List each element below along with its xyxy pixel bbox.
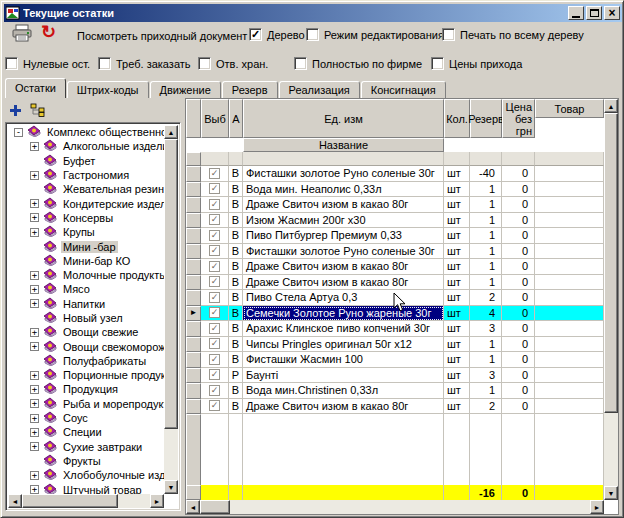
tree-item-label[interactable]: Специи bbox=[61, 426, 104, 438]
tree-horizontal-scrollbar[interactable]: ◄ ► bbox=[8, 494, 164, 508]
checkbox-cell[interactable]: ✓ bbox=[201, 213, 229, 229]
tree-item-label[interactable]: Молочные продукты bbox=[61, 269, 164, 281]
tree-item[interactable]: +Продукция bbox=[8, 382, 164, 396]
tree-item-label[interactable]: Крупы bbox=[61, 226, 97, 238]
view-income-document-label[interactable]: Посмотреть приходный документ bbox=[77, 30, 247, 42]
row-select-cell[interactable] bbox=[186, 228, 201, 244]
checkbox-cell[interactable]: ✓ bbox=[201, 352, 229, 368]
a-cell[interactable]: В bbox=[229, 306, 243, 322]
checkbox-cell[interactable]: ✓ bbox=[201, 368, 229, 384]
table-row[interactable]: ✓ВДраже Свиточ изюм в какао 80гшт10 bbox=[186, 259, 604, 275]
scroll-right-icon[interactable]: ► bbox=[590, 500, 604, 514]
tree-item-label[interactable]: Порционные продукт bbox=[61, 369, 164, 381]
tree-item-label[interactable]: Фрукты bbox=[61, 455, 103, 467]
checkbox-unchecked-icon[interactable] bbox=[431, 57, 444, 70]
a-cell[interactable]: В bbox=[229, 383, 243, 399]
row-select-cell[interactable] bbox=[186, 244, 201, 260]
header-ed-izm[interactable]: Ед. изм bbox=[243, 99, 444, 138]
checkbox-cell[interactable]: ✓ bbox=[201, 166, 229, 182]
tree-vscroll-thumb[interactable] bbox=[164, 139, 178, 429]
expand-icon[interactable]: + bbox=[30, 213, 39, 222]
qty-cell[interactable]: 1 bbox=[470, 197, 502, 213]
price-cell[interactable] bbox=[535, 306, 604, 322]
table-row[interactable]: ✓ВДраже Свиточ изюм в какао 80гшт10 bbox=[186, 275, 604, 291]
a-cell[interactable]: В bbox=[229, 259, 243, 275]
tree-item[interactable]: +Соус bbox=[8, 411, 164, 425]
name-cell[interactable]: Чипсы Pringles оригинал 50г х12 bbox=[243, 337, 444, 353]
tree-item-label[interactable]: Штучный товар bbox=[61, 484, 144, 494]
minimize-button[interactable] bbox=[568, 6, 584, 20]
tree-item-label[interactable]: Консервы bbox=[61, 212, 115, 224]
qty-cell[interactable]: 1 bbox=[470, 213, 502, 229]
table-row[interactable]: ►✓ВСемечки Золотое Руно жареные 30гшт40 bbox=[186, 306, 604, 322]
row-select-cell[interactable] bbox=[186, 213, 201, 229]
qty-cell[interactable]: 2 bbox=[470, 290, 502, 306]
price-cell[interactable] bbox=[535, 275, 604, 291]
name-cell[interactable]: Пиво Стела Артуа 0,3 bbox=[243, 290, 444, 306]
reserve-cell[interactable]: 0 bbox=[502, 352, 535, 368]
tree-item[interactable]: +Сухие завтраки bbox=[8, 440, 164, 454]
table-row[interactable]: ✓ВВода мин. Неаполис 0,33лшт10 bbox=[186, 182, 604, 198]
checkbox-unchecked-icon[interactable] bbox=[442, 28, 455, 41]
reserve-cell[interactable]: 0 bbox=[502, 228, 535, 244]
row-checkbox[interactable]: ✓ bbox=[209, 183, 220, 194]
tree-item[interactable]: +Мясо bbox=[8, 282, 164, 296]
name-cell[interactable]: Драже Свиточ изюм в какао 80г bbox=[243, 197, 444, 213]
row-checkbox[interactable]: ✓ bbox=[209, 214, 220, 225]
tree-item-label[interactable]: Кондитерские издел bbox=[61, 198, 164, 210]
price-cell[interactable] bbox=[535, 197, 604, 213]
reserve-cell[interactable]: 0 bbox=[502, 337, 535, 353]
name-cell[interactable]: Драже Свиточ изюм в какао 80г bbox=[243, 399, 444, 415]
name-cell[interactable]: Баунті bbox=[243, 368, 444, 384]
row-checkbox[interactable]: ✓ bbox=[209, 168, 220, 179]
header-nazvanie[interactable]: Название bbox=[243, 138, 444, 152]
scroll-left-icon[interactable]: ◄ bbox=[186, 500, 200, 514]
header-row-selector[interactable] bbox=[186, 99, 201, 138]
qty-cell[interactable]: 1 bbox=[470, 275, 502, 291]
a-cell[interactable]: В bbox=[229, 290, 243, 306]
unit-cell[interactable]: шт bbox=[444, 399, 470, 415]
expand-icon[interactable]: + bbox=[30, 142, 39, 151]
expand-icon[interactable]: + bbox=[30, 414, 39, 423]
filter-vyb[interactable] bbox=[201, 152, 229, 166]
a-cell[interactable]: Р bbox=[229, 368, 243, 384]
checkbox-cell[interactable]: ✓ bbox=[201, 244, 229, 260]
tree-item[interactable]: Новый узел bbox=[8, 311, 164, 325]
table-row[interactable]: ✓ВИзюм Жасмин 200г х30шт10 bbox=[186, 213, 604, 229]
checkbox-edit-mode[interactable]: Режим редактирования bbox=[306, 28, 444, 41]
table-row[interactable]: ✓ВАрахис Клинское пиво копчений 30гшт30 bbox=[186, 321, 604, 337]
tree-item[interactable]: -Комплекс общественно bbox=[8, 125, 164, 139]
qty-cell[interactable]: 3 bbox=[470, 368, 502, 384]
unit-cell[interactable]: шт bbox=[444, 228, 470, 244]
expand-icon[interactable]: + bbox=[30, 485, 39, 494]
checkbox-checked-icon[interactable]: ✓ bbox=[249, 28, 262, 41]
scroll-up-icon[interactable]: ▲ bbox=[164, 125, 178, 139]
expand-icon[interactable]: + bbox=[30, 199, 39, 208]
row-checkbox[interactable]: ✓ bbox=[209, 199, 220, 210]
checkbox-unchecked-icon[interactable] bbox=[306, 28, 319, 41]
row-checkbox[interactable]: ✓ bbox=[209, 323, 220, 334]
tree-item-label[interactable]: Мини -бар bbox=[61, 241, 118, 253]
tab-active-0[interactable]: Остатки bbox=[5, 78, 66, 98]
row-select-cell[interactable] bbox=[186, 321, 201, 337]
checkbox-resp-storage[interactable]: Отв. хран. bbox=[198, 57, 268, 70]
header-vyb[interactable]: Выб bbox=[201, 99, 229, 138]
tab-5[interactable]: Консигнация bbox=[361, 81, 446, 98]
tab-4[interactable]: Реализация bbox=[279, 81, 360, 98]
scroll-up-icon[interactable]: ▲ bbox=[604, 99, 618, 113]
print-icon[interactable] bbox=[11, 24, 33, 44]
name-cell[interactable]: Вода мин.Christinen 0,33л bbox=[243, 383, 444, 399]
row-select-cell[interactable] bbox=[186, 352, 201, 368]
tree-item-label[interactable]: Овощи свежоморож bbox=[61, 341, 164, 353]
scroll-left-icon[interactable]: ◄ bbox=[8, 494, 22, 508]
table-row[interactable]: ✓РБаунтішт30 bbox=[186, 368, 604, 384]
tree-item-label[interactable]: Алкогольные издели bbox=[61, 140, 164, 152]
filter-unit[interactable] bbox=[444, 152, 470, 166]
checkbox-cell[interactable]: ✓ bbox=[201, 290, 229, 306]
qty-cell[interactable]: 2 bbox=[470, 399, 502, 415]
price-cell[interactable] bbox=[535, 182, 604, 198]
row-select-cell[interactable] bbox=[186, 399, 201, 415]
price-cell[interactable] bbox=[535, 244, 604, 260]
filter-cena[interactable] bbox=[535, 152, 604, 166]
expand-icon[interactable]: + bbox=[30, 171, 39, 180]
